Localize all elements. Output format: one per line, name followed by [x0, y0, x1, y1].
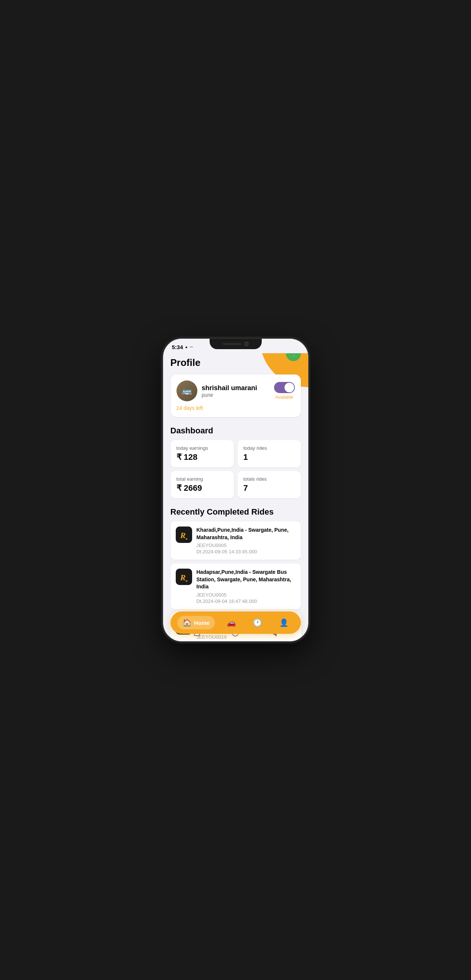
ride-card-1[interactable]: R Hadapsar,Pune,India - Swargate Bus Sta… — [171, 563, 301, 609]
nav-car[interactable]: 🚗 — [222, 616, 241, 629]
car-icon: 🚗 — [227, 618, 236, 627]
history-icon: 🕐 — [253, 618, 262, 627]
profile-name: shrishail umarani — [202, 384, 257, 392]
svg-text:R: R — [180, 573, 186, 582]
dashboard-section: Dashboard today earnings ₹ 128 today rid… — [163, 423, 308, 504]
profile-row: 🚌 shrishail umarani pune Available — [176, 380, 295, 401]
days-left: 24 days left — [176, 405, 295, 411]
profile-section: Profile 🚌 shrishail umarani pune — [163, 353, 308, 423]
toggle-area: Available — [274, 382, 295, 400]
stat-total-earning: total earning ₹ 2669 — [171, 471, 234, 498]
stat-label-total-earning: total earning — [176, 476, 228, 482]
ride-logo-icon-0: R — [177, 528, 190, 541]
stat-label-total-rides: totals rides — [244, 476, 295, 482]
notch — [209, 339, 262, 349]
avatar: 🚌 — [176, 380, 197, 401]
ride-details-1: Hadapsar,Pune,India - Swargate Bus Stati… — [197, 569, 296, 604]
status-dots-icon: ··· — [190, 345, 193, 349]
stat-today-earnings: today earnings ₹ 128 — [171, 440, 234, 467]
scroll-content[interactable]: Profile 🚌 shrishail umarani pune — [163, 353, 308, 641]
ride-card-0[interactable]: R Kharadi,Pune,India - Swargate, Pune, M… — [171, 521, 301, 560]
stat-value-total-earning: ₹ 2669 — [176, 483, 228, 493]
stat-total-rides: totals rides 7 — [238, 471, 301, 498]
dashboard-title: Dashboard — [171, 426, 301, 436]
ride-date-0: Dt.2024-09-05 14:33:45.000 — [197, 549, 296, 554]
svg-text:R: R — [180, 531, 186, 540]
stat-today-rides: today rides 1 — [238, 440, 301, 467]
ride-details-0: Kharadi,Pune,India - Swargate, Pune, Mah… — [197, 527, 296, 554]
nav-history[interactable]: 🕐 — [247, 616, 267, 629]
speaker — [223, 343, 241, 345]
profile-nav-icon: 👤 — [279, 618, 289, 627]
availability-toggle[interactable] — [274, 382, 295, 393]
available-label: Available — [275, 395, 293, 400]
stat-value-today-earnings: ₹ 128 — [176, 452, 228, 462]
profile-title: Profile — [171, 357, 301, 369]
nav-home-label: Home — [194, 620, 209, 626]
stats-grid: today earnings ₹ 128 today rides 1 total… — [171, 440, 301, 498]
camera — [244, 342, 249, 346]
stat-label-today-rides: today rides — [244, 445, 295, 451]
ride-icon-1: R — [176, 569, 192, 585]
ride-date-1: Dt.2024-09-04 16:47:48.000 — [197, 598, 296, 604]
ride-id-0: JEEYOU0005 — [197, 542, 296, 548]
nav-profile[interactable]: 👤 — [274, 616, 294, 629]
ride-date-2: Dt.2024-09-03 17:25:40.000 — [197, 641, 296, 641]
stat-value-total-rides: 7 — [244, 483, 295, 493]
ride-route-0: Kharadi,Pune,India - Swargate, Pune, Mah… — [197, 527, 296, 541]
phone-screen: 📍 5:34 ● ··· Profile 🚌 — [163, 339, 308, 641]
status-dot-icon: ● — [186, 345, 188, 349]
profile-card: 🚌 shrishail umarani pune Available — [171, 374, 301, 417]
ride-id-1: JEEYOU0005 — [197, 592, 296, 598]
ride-route-1: Hadapsar,Pune,India - Swargate Bus Stati… — [197, 569, 296, 590]
home-icon: 🏠 — [182, 618, 192, 627]
avatar-image: 🚌 — [176, 380, 197, 401]
phone-frame: 📍 5:34 ● ··· Profile 🚌 — [163, 339, 308, 641]
profile-info: 🚌 shrishail umarani pune — [176, 380, 257, 401]
status-time: 5:34 ● ··· — [172, 344, 193, 350]
nav-home[interactable]: 🏠 Home — [177, 616, 215, 629]
ride-icon-0: R — [176, 527, 192, 543]
stat-value-today-rides: 1 — [244, 452, 295, 462]
profile-text: shrishail umarani pune — [202, 384, 257, 398]
toggle-knob — [284, 383, 294, 392]
rides-title: Recently Completed Rides — [171, 507, 301, 517]
bottom-nav: 🏠 Home 🚗 🕐 👤 — [171, 611, 301, 634]
profile-city: pune — [202, 392, 257, 398]
ride-logo-icon-1: R — [177, 570, 190, 584]
stat-label-today-earnings: today earnings — [176, 445, 228, 451]
